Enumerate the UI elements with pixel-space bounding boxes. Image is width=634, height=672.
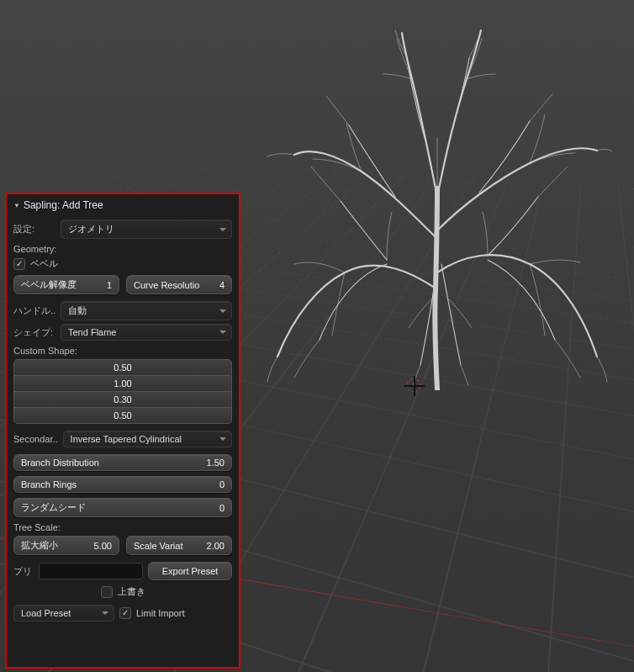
limit-import-label: Limit Import bbox=[136, 608, 184, 618]
custom-shape-2[interactable]: 0.30 bbox=[13, 392, 232, 408]
custom-shape-3[interactable]: 0.50 bbox=[13, 408, 232, 424]
branch-distribution-field[interactable]: Branch Distribution 1.50 bbox=[13, 454, 232, 471]
bevel-resolution-field[interactable]: ベベル解像度 1 bbox=[13, 275, 119, 294]
settings-label: 設定: bbox=[13, 223, 55, 235]
bevel-label: ベベル bbox=[30, 257, 58, 270]
settings-select[interactable]: ジオメトリ bbox=[61, 220, 232, 239]
bevel-checkbox[interactable] bbox=[13, 258, 25, 270]
panel-title[interactable]: ▼ Sapling: Add Tree bbox=[13, 199, 232, 211]
curve-resolution-field[interactable]: Curve Resolutio 4 bbox=[126, 275, 232, 294]
preset-label: プリ bbox=[13, 565, 34, 578]
preset-name-input[interactable] bbox=[39, 563, 143, 579]
limit-import-checkbox[interactable] bbox=[119, 607, 131, 619]
geometry-heading: Geometry: bbox=[13, 244, 232, 254]
cursor-3d-icon bbox=[407, 378, 420, 392]
handle-select[interactable]: 自動 bbox=[61, 301, 232, 320]
secondary-label: Secondar.. bbox=[13, 434, 58, 444]
export-preset-button[interactable]: Export Preset bbox=[148, 562, 232, 580]
scale-field[interactable]: 拡大縮小 5.00 bbox=[13, 536, 119, 555]
scale-variation-field[interactable]: Scale Variat 2.00 bbox=[126, 536, 232, 555]
custom-shape-1[interactable]: 1.00 bbox=[13, 376, 232, 392]
shape-select[interactable]: Tend Flame bbox=[61, 324, 232, 341]
operator-panel: ▼ Sapling: Add Tree 設定: ジオメトリ Geometry: … bbox=[5, 193, 240, 669]
tree-scale-heading: Tree Scale: bbox=[13, 522, 232, 532]
overwrite-checkbox[interactable] bbox=[101, 586, 113, 598]
custom-shape-0[interactable]: 0.50 bbox=[13, 359, 232, 376]
load-preset-select[interactable]: Load Preset bbox=[13, 605, 114, 622]
disclosure-triangle-icon[interactable]: ▼ bbox=[13, 202, 20, 209]
handle-label: ハンドル.. bbox=[13, 304, 55, 317]
overwrite-label: 上書き bbox=[118, 585, 145, 598]
branch-rings-field[interactable]: Branch Rings 0 bbox=[13, 476, 232, 493]
tree-object[interactable] bbox=[261, 20, 614, 390]
custom-shape-heading: Custom Shape: bbox=[13, 346, 232, 356]
shape-label: シェイプ: bbox=[13, 326, 55, 339]
random-seed-field[interactable]: ランダムシード 0 bbox=[13, 498, 232, 517]
secondary-select[interactable]: Inverse Tapered Cylindrical bbox=[63, 431, 232, 447]
